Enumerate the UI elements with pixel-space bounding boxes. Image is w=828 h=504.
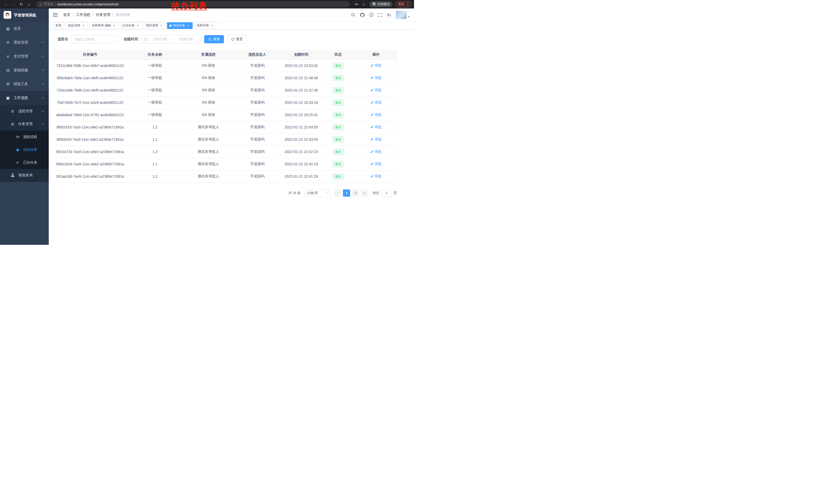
- approve-button[interactable]: 审批: [370, 100, 382, 105]
- date-range-picker[interactable]: 开始日期 - 结束日期: [141, 35, 201, 43]
- process-name-input[interactable]: [71, 35, 118, 43]
- password-key-icon[interactable]: [354, 1, 360, 7]
- avatar[interactable]: [396, 11, 407, 19]
- address-bar[interactable]: ⚠ 不安全 dashboard.yudao.iocoder.cn/bpm/tas…: [36, 1, 350, 7]
- tab-process-detail[interactable]: 流程详情 ×: [194, 22, 216, 29]
- status-badge: 激活: [332, 62, 344, 69]
- font-size-icon[interactable]: TT: [387, 13, 391, 17]
- sidebar-item-workflow[interactable]: ▣ 工作流程: [0, 91, 49, 105]
- sidebar-item-leave-query[interactable]: 请假查询: [0, 169, 49, 182]
- home-button[interactable]: ⌂: [26, 1, 32, 8]
- sidebar-item-task-mgmt[interactable]: ⊞ 任务管理: [0, 118, 49, 131]
- breadcrumb-task-mgmt[interactable]: 任务管理: [96, 12, 110, 17]
- approve-button[interactable]: 审批: [370, 149, 382, 154]
- tab-process-form-edit[interactable]: 流程表单-编辑 ×: [89, 22, 119, 29]
- tab-label: 流程表单-编辑: [92, 23, 111, 28]
- sidebar-collapse-icon[interactable]: [53, 12, 58, 17]
- close-icon[interactable]: ×: [112, 24, 116, 28]
- cell-process: OA 请假: [184, 72, 233, 84]
- forward-button[interactable]: →: [10, 1, 17, 8]
- goto-page-input[interactable]: [381, 189, 392, 197]
- tab-home[interactable]: 首页: [53, 22, 64, 29]
- approve-label: 审批: [374, 100, 382, 105]
- create-time-label: 创建时间: [124, 37, 138, 42]
- fullscreen-icon[interactable]: [378, 13, 382, 17]
- cell-task-name: 1.2: [126, 121, 184, 133]
- page-button-2[interactable]: 2: [352, 189, 359, 197]
- cell-process: OA 请假: [184, 96, 233, 109]
- cell-initiator: 芋道源码: [233, 72, 281, 84]
- tab-my-processes[interactable]: 我的流程 ×: [143, 22, 166, 29]
- cell-task-id: 75d72608-7b7f-11ec-a3c8-acde48001122: [54, 96, 126, 109]
- cell-create-time: 2022-01-21 22:41:29: [281, 170, 321, 183]
- money-icon: ¥: [5, 54, 11, 59]
- approve-button[interactable]: 审批: [370, 63, 382, 68]
- not-secure-icon: ⚠: [39, 3, 42, 6]
- sidebar-item-payment-mgmt[interactable]: ¥ 支付管理: [0, 49, 49, 63]
- approve-button[interactable]: 审批: [370, 174, 382, 179]
- approve-button[interactable]: 审批: [370, 125, 382, 130]
- sidebar-item-home[interactable]: ▦ 首页: [0, 22, 49, 36]
- sidebar-item-process-mgmt[interactable]: ≣ 流程管理: [0, 105, 49, 118]
- reload-button[interactable]: ↻: [18, 1, 25, 8]
- table-row: a6aba0a4-7b6d-11ec-b781-acde48001122 一级审…: [54, 109, 397, 121]
- chevron-down-icon: [42, 82, 44, 85]
- help-icon[interactable]: ?: [369, 13, 373, 17]
- approve-button[interactable]: 审批: [370, 137, 382, 142]
- cell-status: 激活: [321, 72, 355, 84]
- cell-initiator: 芋道源码: [233, 59, 281, 72]
- cell-status: 激活: [321, 59, 355, 72]
- sidebar-item-system-mgmt[interactable]: ⚙ 系统管理: [0, 36, 49, 49]
- sidebar-item-label: 请假查询: [18, 173, 33, 178]
- approve-button[interactable]: 审批: [370, 88, 382, 93]
- breadcrumb-home[interactable]: 首页: [63, 12, 70, 17]
- close-icon[interactable]: ×: [187, 24, 190, 28]
- cell-actions: 审批: [355, 133, 397, 146]
- sidebar-item-done-tasks[interactable]: ✔ 已办任务: [0, 156, 49, 169]
- back-button[interactable]: ←: [3, 1, 9, 8]
- approve-label: 审批: [374, 125, 382, 130]
- close-icon[interactable]: ×: [160, 24, 163, 28]
- prev-page-button[interactable]: ‹: [334, 189, 341, 197]
- approve-button[interactable]: 审批: [370, 76, 382, 80]
- table-row: 75d72608-7b7f-11ec-a3c8-acde48001122 一级审…: [54, 96, 397, 109]
- close-icon[interactable]: ×: [136, 24, 139, 28]
- status-badge: 激活: [332, 75, 344, 81]
- table-row: 8f0d1619-7ac8-11ec-a9e2-a2380e71991a 1.2…: [54, 121, 397, 133]
- sidebar-item-my-processes[interactable]: ✉ 我的流程: [0, 131, 49, 143]
- close-icon[interactable]: ×: [82, 24, 85, 28]
- breadcrumb-workflow[interactable]: 工作流程: [76, 12, 90, 17]
- chrome-update-button[interactable]: 更新 ⋮: [395, 1, 411, 7]
- reset-button[interactable]: 重置: [227, 35, 247, 43]
- approve-button[interactable]: 审批: [370, 112, 382, 117]
- user-icon: [10, 173, 15, 178]
- status-badge: 激活: [332, 99, 344, 106]
- sidebar-item-label: 研发工具: [13, 82, 28, 86]
- cell-create-time: 2022-01-22 23:53:32: [281, 59, 321, 72]
- close-icon[interactable]: ×: [210, 24, 214, 28]
- cell-create-time: 2022-01-21 22:42:23: [281, 146, 321, 158]
- chevron-down-icon: [42, 55, 44, 57]
- sidebar-item-dev-tools[interactable]: ⌘ 研发工具: [0, 77, 49, 91]
- cell-task-id: 8f0d1619-7ac8-11ec-a9e2-a2380e71991a: [54, 121, 126, 133]
- bookmark-star-icon[interactable]: ☆: [361, 1, 367, 7]
- sidebar-item-label: 首页: [13, 27, 21, 31]
- search-button-label: 搜索: [213, 37, 220, 42]
- search-button[interactable]: 搜索: [204, 35, 224, 43]
- next-page-button[interactable]: ›: [361, 189, 368, 197]
- page-button-1[interactable]: 1: [343, 189, 350, 197]
- cell-process: 测试多审批人: [184, 170, 233, 183]
- sidebar-item-infrastructure[interactable]: ▤ 基础设施: [0, 63, 49, 77]
- tab-start-process[interactable]: 发起流程 ×: [66, 22, 88, 29]
- user-menu[interactable]: [396, 11, 410, 19]
- github-icon[interactable]: [360, 13, 365, 17]
- page-size-select[interactable]: 10条/页: [304, 189, 330, 197]
- pager: ‹ 1 2 ›: [334, 189, 368, 197]
- tab-todo-tasks[interactable]: 待办任务 ×: [167, 22, 193, 29]
- status-badge: 激活: [332, 136, 344, 143]
- sidebar-item-todo-tasks[interactable]: ◉ 待办任务: [0, 143, 49, 156]
- approve-button[interactable]: 审批: [370, 162, 382, 166]
- search-icon[interactable]: [351, 13, 355, 17]
- tab-done-tasks[interactable]: 已办任务 ×: [120, 22, 142, 29]
- browser-menu-icon[interactable]: ⋮: [406, 2, 410, 6]
